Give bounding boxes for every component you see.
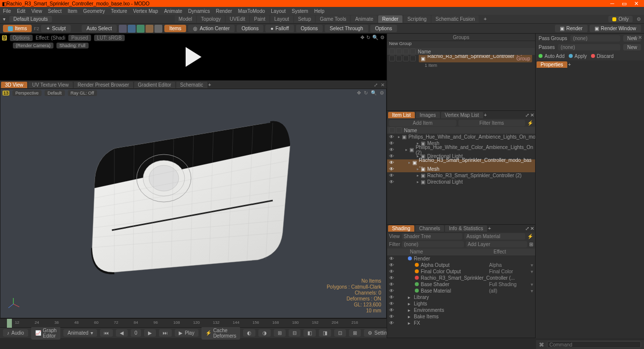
anim-icon-4[interactable]: ⊟: [289, 329, 300, 337]
workspace-tab-paint[interactable]: Paint: [250, 15, 269, 23]
shading-tab[interactable]: Channels: [415, 225, 444, 232]
play-button[interactable]: ▶ Play: [175, 329, 198, 337]
shader-row[interactable]: 👁Render: [387, 255, 535, 262]
item-row[interactable]: 👁▸▣Philips_Hue_White_and_Color_Ambience_…: [387, 134, 535, 140]
menu-vertex-map[interactable]: Vertex Map: [133, 8, 158, 14]
menu-animate[interactable]: Animate: [164, 8, 182, 14]
cache-deformers-button[interactable]: ⚡ Cache Deformers: [201, 327, 241, 340]
add-tab-icon[interactable]: +: [568, 62, 571, 67]
itemlist-tab[interactable]: Item List: [388, 112, 415, 118]
select-through-button[interactable]: Select Through: [325, 25, 368, 32]
shader-row[interactable]: 👁Final Color OutputFinal Color▾: [387, 268, 535, 275]
view-tab-3d-view[interactable]: 3D View: [1, 82, 27, 88]
workspace-tab-game-tools[interactable]: Game Tools: [316, 15, 350, 23]
col-icon[interactable]: [389, 49, 395, 54]
options-button-3[interactable]: Options: [370, 25, 397, 32]
options-button-2[interactable]: Options: [296, 25, 323, 32]
anim-icon-5[interactable]: ◧: [303, 329, 316, 337]
falloff-button[interactable]: ● Falloff: [265, 25, 294, 32]
add-item-dropdown[interactable]: Add Item: [389, 120, 456, 126]
preview-paused[interactable]: Paused: [68, 35, 91, 41]
new-pass-button[interactable]: New: [623, 44, 641, 50]
layout-dropdown-icon[interactable]: ▾: [3, 16, 5, 22]
add-view-tab-icon[interactable]: +: [208, 82, 211, 88]
command-icon[interactable]: ⌘: [539, 342, 544, 348]
next-frame-button[interactable]: ▶: [144, 329, 156, 337]
filter-icon[interactable]: ⚡: [527, 234, 533, 239]
pass-groups-dropdown[interactable]: (none): [570, 35, 620, 42]
shader-row[interactable]: 👁▸Lights: [387, 300, 535, 307]
workspace-tab-setup[interactable]: Setup: [294, 15, 315, 23]
anim-icon-7[interactable]: ⊡: [334, 329, 346, 337]
sel-icon-3[interactable]: [137, 25, 145, 33]
panel-expand-icon[interactable]: ⤢: [633, 35, 637, 40]
filter-dropdown[interactable]: (none): [402, 241, 463, 248]
add-tab-icon[interactable]: +: [488, 226, 491, 231]
shader-row[interactable]: 👁▸Bake Items: [387, 313, 535, 320]
menu-edit[interactable]: Edit: [17, 8, 25, 14]
action-center-button[interactable]: ◎ Action Center: [188, 25, 235, 32]
view-tab-uv-texture-view[interactable]: UV Texture View: [28, 82, 73, 88]
preview-zoom-icon[interactable]: 🔍: [372, 35, 378, 40]
group-item[interactable]: ▸ ▣ Rachio_R3_Smart_Sprinkler_Controller…: [419, 55, 532, 62]
item-row[interactable]: 👁▸▣Rachio_R3_Smart_Sprinkler_Controller …: [387, 172, 535, 179]
anim-icon-1[interactable]: ◐: [243, 329, 255, 337]
shader-row[interactable]: 👁Rachio_R3_Smart_Sprinkler_Controller (.…: [387, 275, 535, 281]
filter-items-dropdown[interactable]: Filter Items: [458, 120, 526, 126]
viewport-default[interactable]: Default: [45, 90, 65, 96]
add-tab-icon[interactable]: +: [484, 112, 487, 118]
preview-lut[interactable]: LUT: sRGB: [94, 35, 125, 41]
options-button-1[interactable]: Options: [237, 25, 263, 32]
vp-rotate-icon[interactable]: ↻: [364, 90, 368, 96]
axis-gizmo[interactable]: [6, 297, 20, 312]
vp-move-icon[interactable]: ✥: [357, 90, 361, 96]
items-mode-button[interactable]: Items: [3, 25, 32, 32]
panel-close-icon[interactable]: ✕: [638, 35, 642, 40]
col-icon[interactable]: [410, 49, 416, 54]
first-frame-button[interactable]: ⏮: [100, 329, 113, 337]
menu-maxtomodo[interactable]: MaxToModo: [238, 8, 265, 14]
shader-tree-dropdown[interactable]: Shader Tree: [402, 233, 463, 240]
render-button[interactable]: ▣ Render: [555, 25, 588, 32]
gear-icon[interactable]: ⚙: [637, 16, 641, 22]
menu-render[interactable]: Render: [216, 8, 232, 14]
preview-shading[interactable]: Shading: Full: [56, 43, 89, 49]
menu-select[interactable]: Select: [48, 8, 62, 14]
menu-texture[interactable]: Texture: [111, 8, 127, 14]
add-layer-dropdown[interactable]: Add Layer: [466, 241, 527, 248]
filter-icon[interactable]: ⚡: [527, 120, 533, 126]
preview-camera[interactable]: (Render Camera): [13, 43, 53, 49]
graph-editor-button[interactable]: 📈 Graph Editor: [31, 327, 61, 340]
only-toggle[interactable]: Only: [608, 16, 633, 22]
sel-icon-1[interactable]: [119, 25, 127, 33]
shading-tab[interactable]: Info & Statistics: [445, 225, 487, 232]
close-button[interactable]: ✕: [630, 0, 642, 7]
shader-row[interactable]: 👁Alpha OutputAlpha▾: [387, 262, 535, 268]
viewport-perspective[interactable]: Perspective: [12, 90, 42, 96]
frame-field[interactable]: 0: [131, 329, 142, 337]
workspace-tab-scripting[interactable]: Scripting: [403, 15, 431, 23]
prev-frame-button[interactable]: ◀: [116, 329, 128, 337]
layouts-dropdown[interactable]: Default Layouts: [9, 16, 52, 22]
maximize-button[interactable]: ▭: [618, 0, 630, 7]
shader-row[interactable]: 👁▸Library: [387, 294, 535, 300]
view-tab-render-preset-browser[interactable]: Render Preset Browser: [74, 82, 133, 88]
itemlist-tab[interactable]: Vertex Map List: [441, 112, 483, 118]
panel-close-icon[interactable]: ✕: [530, 226, 534, 231]
menu-item[interactable]: Item: [68, 8, 77, 14]
itemlist-tab[interactable]: Images: [416, 112, 440, 118]
vp-gear-icon[interactable]: ⚙: [380, 90, 384, 96]
workspace-tab-render[interactable]: Render: [378, 15, 402, 23]
view-tab-gradient-editor[interactable]: Gradient Editor: [134, 82, 175, 88]
workspace-tab-layout[interactable]: Layout: [270, 15, 293, 23]
minimize-button[interactable]: ─: [606, 0, 618, 7]
panel-expand-icon[interactable]: ⤢: [525, 112, 529, 118]
item-row[interactable]: 👁▸▣Rachio_R3_Smart_Sprinkler_Controller_…: [387, 159, 535, 166]
anim-icon-2[interactable]: ◑: [258, 329, 271, 337]
workspace-tab-uvedit[interactable]: UVEdit: [226, 15, 249, 23]
menu-help[interactable]: Help: [314, 8, 325, 14]
sel-icon-2[interactable]: [128, 25, 136, 33]
audio-button[interactable]: ♪ Audio: [3, 329, 28, 337]
discard-button[interactable]: Discard: [591, 53, 614, 59]
item-row[interactable]: 👁▸▣Directional Light: [387, 179, 535, 185]
